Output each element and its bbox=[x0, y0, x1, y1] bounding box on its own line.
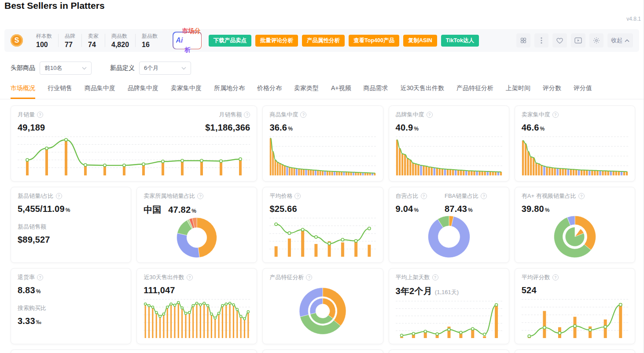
help-icon[interactable] bbox=[37, 274, 43, 280]
rating-count-chart bbox=[522, 297, 628, 339]
help-icon[interactable] bbox=[427, 112, 433, 118]
settings-gear-icon[interactable] bbox=[589, 33, 604, 47]
product-concentration-chart bbox=[269, 135, 376, 176]
card-seller-location: 卖家所属地销量占比 中国 47.82 % bbox=[136, 187, 257, 263]
average-price-chart bbox=[269, 216, 376, 258]
ai-market-analysis-button[interactable]: Ai 市场分 析 bbox=[173, 32, 202, 49]
card-return-rate: 退货率 8.83 % 搜索购买比 3.33 ‰ bbox=[11, 268, 131, 344]
stat-product-count: 商品数 4,820 bbox=[105, 33, 135, 49]
next-row-card bbox=[389, 349, 509, 353]
card-fba: 自营占比 FBA销量占比 9.04 % 87.43 % bbox=[389, 187, 509, 263]
help-icon[interactable] bbox=[294, 193, 301, 199]
apps-grid-icon[interactable] bbox=[516, 33, 530, 47]
collapse-button[interactable]: 收起 bbox=[607, 33, 633, 47]
head-products-filter: 头部商品 前10名 bbox=[11, 62, 92, 75]
batch-review-analysis-button[interactable]: 批量评论分析 bbox=[255, 35, 298, 47]
chevron-down-icon bbox=[82, 67, 87, 70]
help-icon[interactable] bbox=[306, 274, 312, 280]
version-label: v4.8.1 bbox=[626, 16, 641, 22]
help-icon[interactable] bbox=[552, 274, 559, 280]
tab-price-distribution[interactable]: 价格分布 bbox=[257, 82, 282, 99]
download-selling-points-button[interactable]: 下载产品卖点 bbox=[209, 35, 251, 47]
tab-feature-analysis[interactable]: 产品特征分析 bbox=[456, 82, 493, 99]
tab-seller-type[interactable]: 卖家类型 bbox=[294, 82, 319, 99]
tab-product-demand[interactable]: 商品需求 bbox=[364, 82, 388, 99]
head-products-select[interactable]: 前10名 bbox=[40, 62, 92, 75]
chevron-down-icon bbox=[181, 67, 186, 70]
video-tutorial-icon[interactable] bbox=[571, 33, 585, 47]
card-product-concentration: 商品集中度 36.6 % bbox=[262, 106, 383, 182]
help-icon[interactable] bbox=[197, 193, 203, 199]
tab-location-distribution[interactable]: 所属地分布 bbox=[214, 82, 245, 99]
tiktok-influencer-button[interactable]: TikTok达人 bbox=[441, 35, 479, 47]
tab-brand-concentration[interactable]: 品牌集中度 bbox=[128, 82, 158, 99]
help-icon[interactable] bbox=[56, 193, 62, 199]
monthly-revenue-value: $1,186,366 bbox=[205, 123, 250, 133]
card-feature-analysis: 产品特征分析 bbox=[262, 268, 383, 344]
page-title: Best Sellers in Platters bbox=[4, 0, 105, 11]
card-aplus-video: 有A+ 有视频销量占比 39.80 % bbox=[515, 187, 635, 263]
copy-asin-button[interactable]: 复制ASIN bbox=[403, 35, 437, 47]
chevron-up-icon bbox=[625, 39, 629, 42]
stat-sample-count: 样本数 100 bbox=[30, 33, 58, 49]
help-icon[interactable] bbox=[481, 193, 487, 199]
card-brand-concentration: 品牌集中度 40.9 % bbox=[389, 106, 509, 182]
search-buy-ratio-value: 3.33 bbox=[18, 316, 35, 326]
sold-30days-chart bbox=[144, 297, 250, 339]
favorite-heart-icon[interactable] bbox=[552, 33, 567, 47]
help-icon[interactable] bbox=[187, 274, 193, 280]
tab-seller-concentration[interactable]: 卖家集中度 bbox=[171, 82, 202, 99]
card-seller-concentration: 卖家集中度 46.6 % bbox=[515, 106, 635, 182]
new-product-units-value: 5,455/11.09 bbox=[18, 204, 65, 214]
listing-age-chart bbox=[396, 299, 502, 339]
action-buttons: 下载产品卖点 批量评论分析 产品属性分析 查看Top400产品 复制ASIN T… bbox=[209, 35, 479, 47]
view-top400-products-button[interactable]: 查看Top400产品 bbox=[349, 35, 399, 47]
more-kebab-icon[interactable] bbox=[534, 33, 548, 47]
card-listing-age: 平均上架天数 3年2个月 (1,161天) bbox=[389, 268, 509, 344]
product-attribute-analysis-button[interactable]: 产品属性分析 bbox=[302, 35, 345, 47]
ai-label-line1: 市场分 bbox=[182, 27, 201, 35]
new-definition-filter: 新品定义 6个月 bbox=[110, 62, 191, 75]
sellersprite-logo: S bbox=[11, 34, 23, 47]
tab-listing-time[interactable]: 上架时间 bbox=[506, 82, 530, 99]
help-icon[interactable] bbox=[300, 112, 306, 118]
aplus-video-donut bbox=[522, 216, 628, 258]
help-icon[interactable] bbox=[552, 112, 559, 118]
fba-share-value: 87.43 bbox=[445, 204, 467, 214]
help-icon[interactable] bbox=[432, 274, 438, 280]
toolbar: S 样本数 100 品牌 77 卖家 74 商品数 4,820 新品数 16 A… bbox=[4, 29, 639, 52]
tab-rating-count[interactable]: 评分数 bbox=[543, 82, 561, 99]
filter-row: 头部商品 前10名 新品定义 6个月 bbox=[11, 62, 191, 75]
seller-concentration-chart bbox=[522, 135, 628, 176]
help-icon[interactable] bbox=[578, 193, 585, 199]
next-row-card bbox=[11, 349, 257, 353]
card-new-product: 新品销量/占比 5,455/11.09 % 新品销售额 $89,527 bbox=[11, 187, 131, 263]
cards-grid: 月销量 月销售额 49,189 $1,186,366 商品集中度 36.6 % … bbox=[11, 106, 635, 353]
card-sold-30days: 近30天售出件数 111,047 bbox=[136, 268, 257, 344]
ai-label-line2: 析 bbox=[185, 46, 191, 54]
next-row-card bbox=[515, 349, 635, 353]
self-operated-value: 9.04 bbox=[396, 204, 413, 214]
tab-sold-30days[interactable]: 近30天售出件数 bbox=[401, 82, 445, 99]
return-rate-value: 8.83 bbox=[18, 285, 35, 295]
seller-location-donut bbox=[144, 218, 250, 258]
tab-bar: 市场概况 行业销售 商品集中度 品牌集中度 卖家集中度 所属地分布 价格分布 卖… bbox=[0, 82, 644, 99]
help-icon[interactable] bbox=[37, 112, 43, 118]
stat-seller-count: 卖家 74 bbox=[82, 33, 105, 49]
feature-analysis-donut bbox=[269, 283, 376, 339]
brand-concentration-chart bbox=[396, 135, 502, 176]
stat-brand-count: 品牌 77 bbox=[59, 33, 81, 49]
new-definition-select[interactable]: 6个月 bbox=[139, 62, 191, 75]
tab-product-concentration[interactable]: 商品集中度 bbox=[85, 82, 115, 99]
tab-aplus-video[interactable]: A+视频 bbox=[331, 82, 351, 99]
tab-market-overview[interactable]: 市场概况 bbox=[11, 82, 35, 99]
help-icon[interactable] bbox=[244, 112, 250, 118]
tab-rating-value[interactable]: 评分值 bbox=[574, 82, 592, 99]
help-icon[interactable] bbox=[421, 193, 427, 199]
tab-industry-sales[interactable]: 行业销售 bbox=[48, 82, 72, 99]
card-monthly-sales: 月销量 月销售额 49,189 $1,186,366 bbox=[11, 106, 257, 182]
top-country-label: 中国 bbox=[144, 204, 161, 216]
listing-age-days: (1,161天) bbox=[435, 288, 459, 296]
next-row-card bbox=[262, 349, 383, 353]
card-rating-count: 平均评分数 524 bbox=[515, 268, 635, 344]
